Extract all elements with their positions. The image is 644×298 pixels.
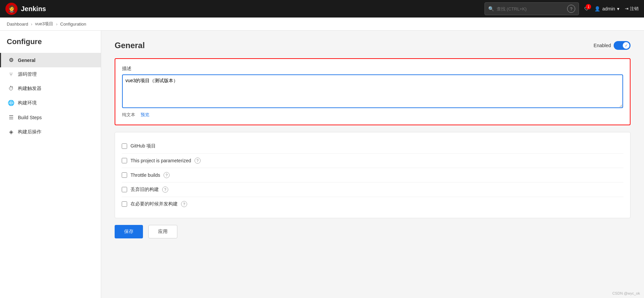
search-help-button[interactable]: ? xyxy=(567,5,575,13)
format-preview-link[interactable]: 预览 xyxy=(141,112,149,118)
sidebar-label-general: General xyxy=(18,58,35,63)
footer-hint: CSDN @wyc_ok xyxy=(612,291,640,295)
sidebar-label-build: Build Steps xyxy=(18,115,42,120)
toggle-knob: ✓ xyxy=(623,42,630,49)
jenkins-logo: 🤵 xyxy=(5,3,18,15)
checkbox-label-concurrent: 在必要的时候并发构建 xyxy=(130,201,178,207)
help-parameterized-icon[interactable]: ? xyxy=(195,158,201,164)
sidebar-item-post[interactable]: ◈ 构建后操作 xyxy=(0,125,101,139)
checkbox-label-throttle: Throttle builds xyxy=(130,172,160,178)
app-title: Jenkins xyxy=(21,5,46,13)
sidebar-item-env[interactable]: 🌐 构建环境 xyxy=(0,96,101,110)
sidebar-title: Configure xyxy=(0,37,101,53)
security-badge-count: 1 xyxy=(586,4,591,9)
sidebar-label-post: 构建后操作 xyxy=(18,129,41,135)
enabled-switch[interactable]: ✓ xyxy=(614,41,631,50)
sidebar-item-general[interactable]: ⚙ General xyxy=(0,53,101,67)
admin-chevron-icon: ▾ xyxy=(617,6,619,11)
header: 🤵 Jenkins 🔍 ? 🛡 1 👤 admin ▾ ⇥ 注销 xyxy=(0,0,644,18)
breadcrumb-dashboard[interactable]: Dashboard xyxy=(7,22,28,27)
sidebar-label-source: 源码管理 xyxy=(18,71,37,77)
source-icon: ⑂ xyxy=(8,71,14,77)
checkbox-label-github: GitHub 项目 xyxy=(130,143,156,149)
sidebar-item-build[interactable]: ☰ Build Steps xyxy=(0,110,101,125)
breadcrumb-sep-2: › xyxy=(56,22,57,27)
security-badge[interactable]: 🛡 1 xyxy=(584,6,589,11)
checkbox-item-concurrent: 在必要的时候并发构建 ? xyxy=(122,197,623,211)
enabled-toggle[interactable]: Enabled ✓ xyxy=(594,41,631,50)
save-button[interactable]: 保存 xyxy=(115,225,143,238)
checkbox-label-parameterized: This project is parameterized xyxy=(130,158,191,163)
sidebar-label-trigger: 构建触发器 xyxy=(18,86,41,92)
content-area: General Enabled ✓ 描述 纯文本 预览 GitHub 项目 xyxy=(101,31,644,298)
admin-area[interactable]: 👤 admin ▾ xyxy=(594,6,619,11)
checkbox-label-discard: 丢弃旧的构建 xyxy=(130,187,159,193)
breadcrumb-project[interactable]: vue3项目 xyxy=(35,21,53,27)
header-left: 🤵 Jenkins xyxy=(5,3,46,15)
text-format-row: 纯文本 预览 xyxy=(122,112,623,118)
checkbox-parameterized[interactable] xyxy=(122,158,127,163)
checkbox-item-discard: 丢弃旧的构建 ? xyxy=(122,183,623,197)
format-plain-label: 纯文本 xyxy=(122,112,135,118)
checkbox-item-throttle: Throttle builds ? xyxy=(122,168,623,183)
enabled-label: Enabled xyxy=(594,43,611,48)
help-concurrent-icon[interactable]: ? xyxy=(181,201,187,207)
button-row: 保存 应用 xyxy=(115,218,631,238)
help-discard-icon[interactable]: ? xyxy=(162,187,168,193)
search-box[interactable]: 🔍 ? xyxy=(485,2,579,15)
breadcrumb: Dashboard › vue3项目 › Configuration xyxy=(0,18,644,31)
checkbox-concurrent[interactable] xyxy=(122,201,127,207)
logout-label: 注销 xyxy=(630,6,639,11)
breadcrumb-current: Configuration xyxy=(60,22,86,27)
sidebar-item-trigger[interactable]: ⏱ 构建触发器 xyxy=(0,81,101,96)
description-label: 描述 xyxy=(122,66,623,72)
logout-button[interactable]: ⇥ 注销 xyxy=(625,6,639,12)
checkbox-github[interactable] xyxy=(122,143,127,149)
sidebar: Configure ⚙ General ⑂ 源码管理 ⏱ 构建触发器 🌐 构建环… xyxy=(0,31,101,298)
post-icon: ◈ xyxy=(8,129,14,135)
checkbox-item-parameterized: This project is parameterized ? xyxy=(122,154,623,168)
trigger-icon: ⏱ xyxy=(8,86,14,92)
build-icon: ☰ xyxy=(8,114,14,121)
env-icon: 🌐 xyxy=(8,100,14,106)
admin-label: admin xyxy=(602,6,615,11)
gear-icon: ⚙ xyxy=(8,57,14,63)
page-title: General xyxy=(115,41,145,50)
description-section: 描述 纯文本 预览 xyxy=(115,58,631,125)
main-container: Configure ⚙ General ⑂ 源码管理 ⏱ 构建触发器 🌐 构建环… xyxy=(0,31,644,298)
help-throttle-icon[interactable]: ? xyxy=(164,172,170,178)
sidebar-label-env: 构建环境 xyxy=(18,100,37,106)
apply-button[interactable]: 应用 xyxy=(148,225,177,238)
jenkins-logo-emoji: 🤵 xyxy=(7,5,16,13)
description-textarea[interactable] xyxy=(122,74,623,108)
admin-icon: 👤 xyxy=(594,6,600,11)
checkboxes-section: GitHub 项目 This project is parameterized … xyxy=(115,132,631,218)
checkbox-item-github: GitHub 项目 xyxy=(122,139,623,154)
search-icon: 🔍 xyxy=(488,6,494,11)
checkbox-discard[interactable] xyxy=(122,187,127,192)
search-input[interactable] xyxy=(497,6,564,11)
content-header: General Enabled ✓ xyxy=(115,41,631,50)
logout-icon: ⇥ xyxy=(625,6,628,11)
breadcrumb-sep-1: › xyxy=(31,22,32,27)
sidebar-item-source[interactable]: ⑂ 源码管理 xyxy=(0,67,101,81)
header-right: 🔍 ? 🛡 1 👤 admin ▾ ⇥ 注销 xyxy=(485,2,639,15)
checkbox-throttle[interactable] xyxy=(122,172,127,178)
